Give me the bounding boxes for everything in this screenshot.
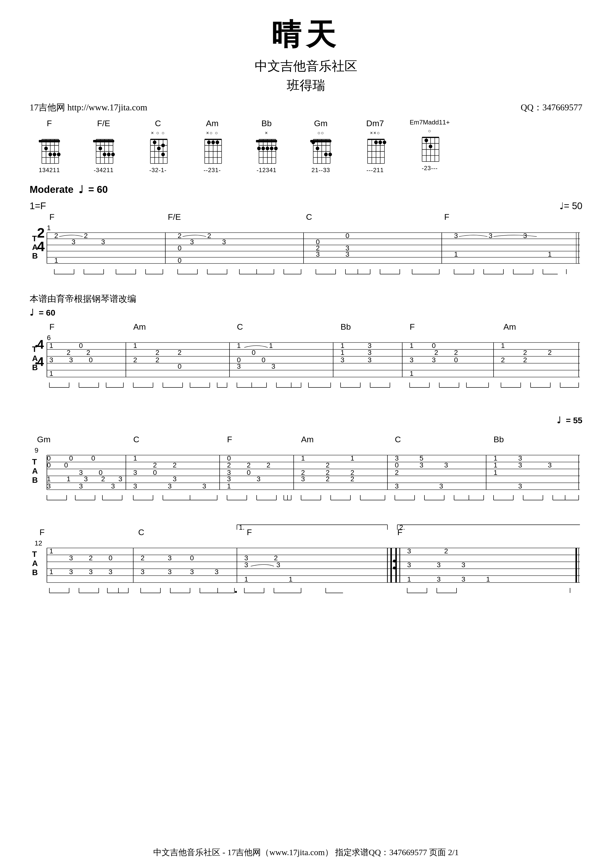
section-2: F Am C Bb F Am • 4 • 4 T A [29, 323, 583, 398]
svg-text:A: A [32, 559, 38, 568]
chord-diagrams: F [29, 119, 583, 174]
svg-text:2: 2 [133, 356, 137, 364]
svg-text:2: 2 [454, 349, 458, 356]
svg-text:3: 3 [227, 475, 231, 483]
svg-point-112 [429, 145, 433, 149]
svg-point-42 [161, 144, 165, 147]
svg-text:1: 1 [407, 575, 411, 583]
svg-point-72 [274, 147, 278, 150]
svg-text:3: 3 [49, 356, 53, 364]
tab-staff-1: F F/E C F 2 4 T A B [29, 213, 583, 283]
svg-text:Am: Am [301, 436, 314, 444]
svg-text:0: 0 [247, 469, 251, 476]
svg-text:1: 1 [486, 575, 490, 583]
chord-dm7: Dm7 ××○ ---21 [355, 119, 395, 174]
svg-text:F: F [40, 527, 45, 537]
tempo-info-1: ♩= 50 [559, 200, 583, 211]
svg-text:3: 3 [432, 356, 436, 364]
svg-text:3: 3 [395, 482, 399, 490]
tab-staff-4: 1. 2. F C F F 12 T [29, 520, 583, 600]
svg-text:0: 0 [108, 554, 113, 562]
chord-em7madd11: Em7Madd11+ ○ -23--- [410, 119, 450, 172]
svg-text:2: 2 [501, 356, 505, 364]
svg-point-100 [383, 141, 386, 144]
svg-text:3: 3 [71, 238, 76, 246]
svg-point-84 [311, 141, 315, 144]
svg-text:1: 1 [227, 482, 231, 490]
svg-text:3: 3 [316, 250, 320, 258]
svg-text:2: 2 [178, 232, 182, 240]
svg-text:3: 3 [488, 232, 493, 240]
svg-text:3: 3 [340, 356, 345, 364]
svg-text:12: 12 [34, 539, 42, 547]
svg-text:F: F [397, 527, 402, 537]
svg-text:2: 2 [326, 461, 330, 469]
svg-text:1: 1 [548, 250, 552, 258]
svg-text:1: 1 [49, 370, 53, 377]
svg-text:2: 2 [178, 349, 182, 356]
svg-text:1: 1 [133, 454, 137, 462]
svg-text:F: F [49, 213, 54, 222]
svg-text:2: 2 [84, 232, 88, 240]
svg-text:1: 1 [66, 475, 71, 483]
svg-text:1: 1 [133, 342, 137, 349]
svg-text:2: 2 [548, 349, 552, 356]
svg-text:1: 1 [493, 461, 498, 469]
svg-text:3: 3 [272, 363, 275, 370]
svg-point-495 [393, 560, 396, 563]
svg-text:2: 2 [153, 461, 157, 469]
svg-text:3: 3 [444, 461, 448, 469]
svg-text:1: 1 [47, 475, 51, 483]
svg-text:2: 2 [89, 554, 93, 562]
svg-text:4: 4 [37, 239, 45, 254]
svg-text:3: 3 [111, 482, 115, 490]
svg-text:1: 1 [47, 224, 51, 232]
section3-tempo: ♩ = 55 [557, 415, 583, 425]
svg-text:B: B [32, 476, 38, 485]
svg-text:1: 1 [340, 349, 345, 356]
svg-text:2: 2 [351, 475, 354, 483]
svg-text:3: 3 [133, 482, 137, 490]
svg-point-111 [425, 138, 428, 142]
svg-text:3: 3 [518, 454, 522, 462]
svg-text:2: 2 [173, 461, 177, 469]
page: 晴天 中文吉他音乐社区 班得瑞 17吉他网 http://www.17jita.… [0, 0, 612, 868]
svg-text:3: 3 [437, 561, 441, 569]
svg-text:1: 1 [493, 469, 498, 476]
tempo-value-2: = 60 [39, 308, 55, 318]
svg-text:1: 1 [244, 575, 248, 583]
svg-text:0: 0 [346, 232, 349, 240]
svg-point-40 [153, 141, 156, 144]
svg-text:3: 3 [454, 232, 458, 240]
svg-text:0: 0 [395, 461, 399, 469]
svg-text:Bb: Bb [340, 323, 351, 332]
svg-text:2: 2 [523, 349, 527, 356]
svg-text:3: 3 [244, 561, 248, 569]
svg-text:3: 3 [439, 482, 443, 490]
svg-text:3: 3 [518, 461, 522, 469]
qq-info: QQ：347669577 [521, 101, 583, 113]
svg-text:1: 1 [410, 342, 414, 349]
svg-text:T: T [32, 345, 37, 353]
svg-text:2: 2 [66, 349, 71, 356]
svg-text:9: 9 [34, 446, 39, 454]
svg-text:0: 0 [153, 469, 157, 476]
svg-text:3: 3 [84, 475, 88, 483]
svg-text:2: 2 [54, 232, 58, 240]
svg-text:3: 3 [79, 482, 83, 490]
svg-text:F: F [227, 436, 232, 444]
svg-text:3: 3 [346, 250, 349, 258]
svg-text:0: 0 [261, 356, 266, 364]
svg-text:F: F [247, 527, 252, 537]
svg-text:0: 0 [178, 257, 182, 264]
svg-text:2: 2 [395, 469, 399, 476]
svg-text:2: 2 [523, 356, 527, 364]
svg-text:C: C [138, 527, 144, 537]
svg-text:3: 3 [222, 238, 226, 246]
tab-staff-2: F Am C Bb F Am • 4 • 4 T A [29, 323, 583, 398]
chord-f: F [29, 119, 69, 174]
svg-text:3: 3 [368, 342, 372, 349]
svg-point-41 [157, 147, 161, 150]
svg-text:1: 1 [237, 342, 241, 349]
svg-text:3: 3 [108, 568, 113, 576]
